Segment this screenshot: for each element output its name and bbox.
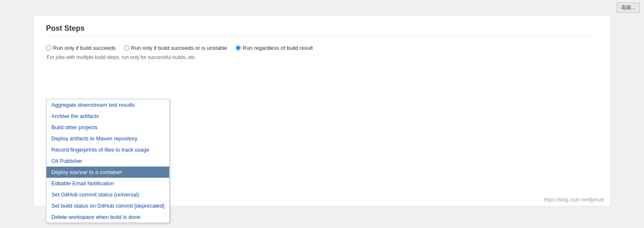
dropdown-wrapper: Aggregate downstream test results Archiv… <box>46 99 114 114</box>
menu-item-build-other[interactable]: Build other projects <box>46 122 169 133</box>
menu-item-set-build-status[interactable]: Set build status on GitHub commit [depre… <box>46 200 169 211</box>
menu-item-editable-email[interactable]: Editable Email Notification <box>46 178 169 189</box>
menu-item-delete-workspace[interactable]: Delete workspace when build is done <box>46 211 169 223</box>
menu-item-deploy-container[interactable]: Deploy war/ear to a container <box>46 167 169 178</box>
dropdown-menu: Aggregate downstream test results Archiv… <box>46 99 170 223</box>
radio-option-2[interactable]: Run only if build succeeds or is unstabl… <box>124 45 227 51</box>
radio-label-1: Run only if build succeeds <box>53 45 116 51</box>
menu-item-record-fingerprints[interactable]: Record fingerprints of files to track us… <box>46 144 169 155</box>
radio-input-3[interactable] <box>236 45 241 51</box>
hint-text: For jobs with multiple build steps, run … <box>47 54 598 60</box>
radio-input-2[interactable] <box>124 45 129 51</box>
menu-item-deploy-maven[interactable]: Deploy artifacts to Maven repository <box>46 133 169 144</box>
radio-option-3[interactable]: Run regardless of build result <box>236 45 313 51</box>
radio-option-1[interactable]: Run only if build succeeds <box>46 45 116 51</box>
radio-label-2: Run only if build succeeds or is unstabl… <box>131 45 227 51</box>
red-border-container: Aggregate downstream test results Archiv… <box>46 99 114 114</box>
menu-item-git-publisher[interactable]: Git Publisher <box>46 155 169 167</box>
advanced-button[interactable]: 高级... <box>617 2 640 13</box>
main-content: Post Steps Run only if build succeeds Ru… <box>33 15 611 206</box>
section-title: Post Steps <box>46 24 598 37</box>
top-bar: 高级... <box>0 0 644 15</box>
url-hint: https://blog.csdn.net/ljyhust <box>544 197 604 203</box>
menu-item-aggregate[interactable]: Aggregate downstream test results <box>46 99 169 110</box>
radio-section: Run only if build succeeds Run only if b… <box>46 45 598 60</box>
menu-item-archive[interactable]: Archive the artifacts <box>46 110 169 122</box>
menu-item-set-github-status[interactable]: Set GitHub commit status (universal) <box>46 189 169 200</box>
radio-label-3: Run regardless of build result <box>243 45 313 51</box>
radio-group: Run only if build succeeds Run only if b… <box>46 45 598 51</box>
radio-input-1[interactable] <box>46 45 51 51</box>
